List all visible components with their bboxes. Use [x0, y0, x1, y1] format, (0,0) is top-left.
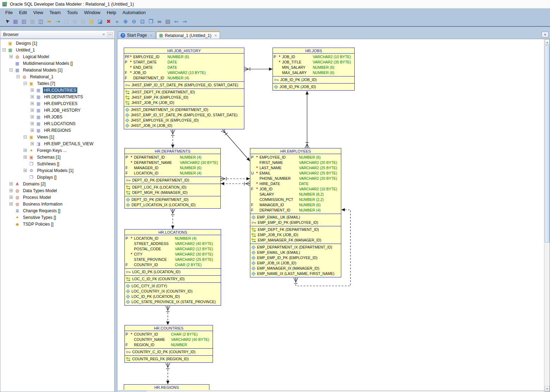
- tree-item-multidimensional-models[interactable]: ▦Multidimensional Models []: [0, 60, 114, 67]
- tree-item-physical-models-1[interactable]: +⚙Physical Models [1]: [0, 167, 114, 174]
- column-row[interactable]: FMANAGER_IDNUMBER (6): [250, 202, 341, 208]
- collapse-icon[interactable]: −: [17, 75, 20, 78]
- foreign-keys-row[interactable]: DEPT_LOC_FK (LOCATION_ID): [125, 185, 220, 190]
- menu-tools[interactable]: Tools: [64, 9, 81, 16]
- tree-item-tables-7[interactable]: −▣Tables [7]: [0, 80, 114, 87]
- entity-hr-countries[interactable]: HR.COUNTRIESP*COUNTRY_IDCHAR (2 BYTE)COU…: [124, 325, 213, 363]
- keys-row[interactable]: LOC_ID_PK (LOCATION_ID): [125, 269, 221, 275]
- tree-item-process-model[interactable]: +◍Process Model: [0, 194, 114, 201]
- column-row[interactable]: F*JOB_IDVARCHAR2 (10 BYTE): [250, 186, 341, 192]
- panel-splitter[interactable]: [115, 30, 117, 392]
- tree-item-hr-departments[interactable]: +▦HR.DEPARTMENTS: [0, 93, 114, 100]
- entity-title[interactable]: HR.JOBS: [273, 48, 354, 54]
- column-row[interactable]: *HIRE_DATEDATE: [250, 181, 341, 186]
- entity-title[interactable]: HR.REGIONS: [124, 385, 209, 390]
- collapse-icon[interactable]: −: [24, 135, 27, 139]
- expand-icon[interactable]: +: [31, 115, 34, 118]
- tree-item-hr-locations[interactable]: +▦HR.LOCATIONS: [0, 120, 114, 127]
- column-row[interactable]: STATE_PROVINCEVARCHAR2 (25 BYTE): [125, 257, 221, 262]
- entity-title[interactable]: HR.COUNTRIES: [125, 325, 213, 331]
- column-row[interactable]: PF*EMPLOYEE_IDNUMBER (6): [124, 54, 244, 60]
- tree-item-hr-emp-details-view[interactable]: +◨HR.EMP_DETAILS_VIEW: [0, 140, 114, 147]
- column-row[interactable]: FCOUNTRY_IDCHAR (2 BYTE): [125, 262, 221, 268]
- tree-item-domains-2[interactable]: +ADomains [2]: [0, 180, 114, 187]
- menu-automation[interactable]: Automation: [119, 9, 149, 16]
- panel-minimize-icon[interactable]: ▭: [107, 32, 113, 37]
- menu-file[interactable]: File: [2, 9, 16, 16]
- entity-hr-job-history[interactable]: HR.JOB_HISTORYPF*EMPLOYEE_IDNUMBER (6)P*…: [124, 48, 244, 129]
- collapse-icon[interactable]: −: [24, 82, 27, 85]
- column-row[interactable]: POSTAL_CODEVARCHAR2 (12 BYTE): [125, 246, 221, 252]
- entity-title[interactable]: HR.EMPLOYEES: [250, 148, 341, 154]
- column-row[interactable]: P*DEPARTMENT_IDNUMBER (4): [125, 155, 220, 160]
- column-row[interactable]: COMMISSION_PCTNUMBER (2,2): [250, 197, 341, 202]
- tree-item-untitled-1[interactable]: −▦Untitled_1: [0, 47, 114, 53]
- vertical-scrollbar-thumb[interactable]: [545, 45, 550, 243]
- indexes-row[interactable]: LOC_STATE_PROVINCE_IX (STATE_PROVINCE): [125, 299, 221, 305]
- foreign-keys-row[interactable]: JHIST_DEPT_FK (DEPARTMENT_ID): [124, 90, 244, 95]
- tree-item-schemas-1[interactable]: +▣Schemas [1]: [0, 154, 114, 160]
- column-row[interactable]: COUNTRY_NAMEVARCHAR2 (40 BYTE): [125, 337, 213, 342]
- expand-icon[interactable]: +: [10, 189, 13, 192]
- indexes-row[interactable]: EMP_MANAGER_IX (MANAGER_ID): [250, 266, 341, 271]
- foreign-keys-row[interactable]: DEPT_MGR_FK (MANAGER_ID): [125, 190, 220, 195]
- keys-row[interactable]: DEPT_ID_PK (DEPARTMENT_ID): [125, 178, 220, 183]
- indexes-row[interactable]: JHIST_EMP_ID_ST_DATE_PK (EMPLOYEE_ID, ST…: [124, 112, 244, 118]
- select-pointer-icon[interactable]: ➤: [3, 17, 11, 25]
- keys-row[interactable]: EMP_EMP_ID_PK (EMPLOYEE_ID): [250, 220, 341, 225]
- foreign-keys-row[interactable]: JHIST_JOB_FK (JOB_ID): [124, 100, 244, 105]
- indexes-row[interactable]: LOC_COUNTRY_IX (COUNTRY_ID): [125, 289, 221, 294]
- zoom-out-icon[interactable]: ⊖: [130, 17, 138, 25]
- new-table-icon[interactable]: ▦: [12, 17, 19, 25]
- resize-window-icon[interactable]: ❐: [147, 17, 155, 25]
- keys-row[interactable]: JOB_ID_PK (JOB_ID): [273, 77, 354, 82]
- column-row[interactable]: *CITYVARCHAR2 (30 BYTE): [125, 252, 221, 257]
- tab-list-dropdown-icon[interactable]: ▼: [542, 32, 549, 38]
- column-row[interactable]: MAX_SALARYNUMBER (6): [273, 70, 354, 75]
- scroll-up-icon[interactable]: ▲: [545, 39, 550, 45]
- keys-row[interactable]: EMP_EMAIL_UK (EMAIL): [250, 215, 341, 220]
- column-row[interactable]: STREET_ADDRESSVARCHAR2 (40 BYTE): [125, 241, 221, 246]
- expand-icon[interactable]: +: [31, 88, 34, 92]
- tree-item-business-information[interactable]: +◍Business Information: [0, 201, 114, 207]
- keys-row[interactable]: COUNTRY_C_ID_PK (COUNTRY_ID): [125, 349, 213, 355]
- entity-hr-departments[interactable]: HR.DEPARTMENTSP*DEPARTMENT_IDNUMBER (4)*…: [124, 148, 221, 209]
- tab-relational-1-untitled-1[interactable]: ▦Relational_1 (Untitled_1)✕: [156, 31, 220, 39]
- collapse-icon[interactable]: −: [10, 68, 13, 72]
- entity-hr-regions[interactable]: HR.REGIONS: [124, 384, 209, 390]
- new-note-icon[interactable]: ▤: [88, 17, 96, 25]
- keys-row[interactable]: JHIST_EMP_ID_ST_DATE_PK (EMPLOYEE_ID, ST…: [124, 82, 244, 88]
- column-row[interactable]: FMANAGER_IDNUMBER (6): [125, 165, 220, 171]
- column-row[interactable]: U*EMAILVARCHAR2 (25 BYTE): [250, 171, 341, 176]
- indexes-row[interactable]: JHIST_EMPLOYEE_IX (EMPLOYEE_ID): [124, 118, 244, 123]
- foreign-keys-row[interactable]: LOC_C_ID_FK (COUNTRY_ID): [125, 276, 221, 282]
- column-row[interactable]: F*JOB_IDVARCHAR2 (10 BYTE): [124, 70, 244, 75]
- new-view-icon[interactable]: ▥: [20, 17, 28, 25]
- forward-icon[interactable]: ⇒: [181, 17, 189, 25]
- column-row[interactable]: P*LOCATION_IDNUMBER (4): [125, 236, 221, 241]
- expand-icon[interactable]: +: [24, 169, 27, 172]
- column-row[interactable]: P*EMPLOYEE_IDNUMBER (6): [250, 155, 341, 160]
- indexes-row[interactable]: DEPT_ID_PK (DEPARTMENT_ID): [125, 197, 220, 202]
- vertical-scrollbar[interactable]: ▲ ▼: [544, 39, 550, 392]
- tree-item-tsdp-policies[interactable]: ◆TSDP Policies []: [0, 221, 114, 227]
- column-row[interactable]: P*JOB_IDVARCHAR2 (10 BYTE): [273, 54, 354, 60]
- column-row[interactable]: MIN_SALARYNUMBER (6): [273, 65, 354, 70]
- column-row[interactable]: FDEPARTMENT_IDNUMBER (4): [250, 208, 341, 213]
- column-row[interactable]: FLOCATION_IDNUMBER (4): [125, 171, 220, 176]
- entity-hr-employees[interactable]: HR.EMPLOYEESP*EMPLOYEE_IDNUMBER (6)FIRST…: [250, 148, 341, 277]
- indexes-row[interactable]: EMP_NAME_IX (LAST_NAME, FIRST_NAME): [250, 271, 341, 276]
- expand-icon[interactable]: +: [31, 129, 34, 132]
- column-row[interactable]: *DEPARTMENT_NAMEVARCHAR2 (30 BYTE): [125, 160, 220, 165]
- tree-item-hr-employees[interactable]: +▦HR.EMPLOYEES: [0, 100, 114, 107]
- foreign-keys-row[interactable]: EMP_DEPT_FK (DEPARTMENT_ID): [250, 227, 341, 232]
- entity-title[interactable]: HR.LOCATIONS: [125, 229, 221, 235]
- expand-icon[interactable]: +: [31, 102, 34, 105]
- menu-edit[interactable]: Edit: [16, 9, 30, 16]
- entity-title[interactable]: HR.DEPARTMENTS: [125, 148, 220, 154]
- expand-icon[interactable]: +: [31, 95, 34, 98]
- indexes-row[interactable]: JHIST_JOB_IX (JOB_ID): [124, 123, 244, 128]
- design-dictionary-icon[interactable]: ▤: [164, 17, 172, 25]
- expand-icon[interactable]: +: [24, 149, 27, 152]
- tree-item-hr-regions[interactable]: +▦HR.REGIONS: [0, 127, 114, 134]
